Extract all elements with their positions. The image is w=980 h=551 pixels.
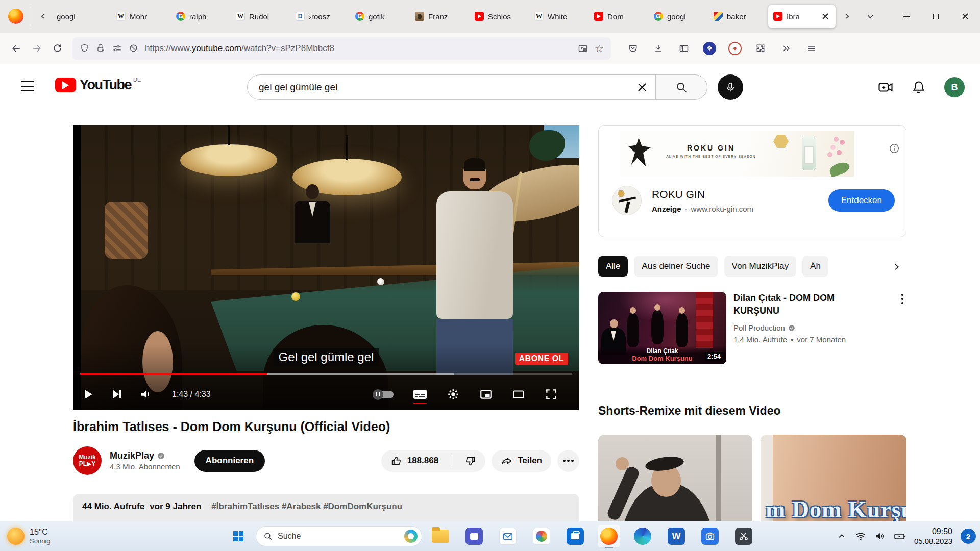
ad-advertiser-avatar[interactable]	[612, 186, 642, 215]
suggested-channel[interactable]: Poll Production	[733, 323, 906, 332]
browser-tab[interactable]: Ggoogl	[649, 5, 708, 28]
hashtags[interactable]: #İbrahimTatlıses #Arabesk #DomDomKurşunu	[211, 502, 402, 512]
browser-tab[interactable]: WRudol	[231, 5, 290, 28]
browser-tab[interactable]: googl	[52, 5, 111, 28]
autoplay-toggle[interactable]	[374, 391, 394, 398]
dislike-button[interactable]	[457, 455, 485, 467]
progress-bar[interactable]	[80, 373, 572, 375]
mail-button[interactable]	[497, 525, 519, 547]
clock[interactable]: 09:50 05.08.2023	[914, 527, 952, 546]
shorts-remix-thumbnail[interactable]: m Dom Kurşun	[761, 435, 906, 521]
like-button[interactable]: 188.868	[381, 455, 447, 467]
chips-scroll-right-button[interactable]	[886, 257, 906, 277]
voice-search-button[interactable]	[718, 74, 743, 100]
miniplayer-icon[interactable]	[479, 388, 493, 401]
picture-in-picture-icon[interactable]	[578, 43, 588, 54]
downloads-button[interactable]	[648, 38, 669, 59]
window-close-button[interactable]	[950, 0, 980, 33]
app-menu-button[interactable]	[801, 38, 822, 59]
window-maximize-button[interactable]	[921, 0, 950, 33]
pocket-button[interactable]	[622, 38, 644, 59]
abone-ol-watermark[interactable]: ABONE OL	[515, 353, 568, 365]
notifications-bell-icon[interactable]	[912, 80, 926, 94]
volume-icon[interactable]	[139, 388, 153, 401]
url-text[interactable]: https://www.youtube.com/watch?v=sPzP8Mbb…	[145, 43, 571, 54]
browser-tab[interactable]: Franz	[410, 5, 470, 28]
description-box[interactable]: 44 Mio. Aufrufe vor 9 Jahren #İbrahimTat…	[73, 494, 579, 521]
permissions-sliders-icon[interactable]	[112, 43, 122, 53]
search-input[interactable]	[247, 74, 655, 100]
extensions-button[interactable]	[750, 38, 771, 59]
suggested-video[interactable]: Dilan Çıtak Dom Dom Kurşunu 2:54 Dilan Ç…	[598, 292, 906, 364]
suggested-title[interactable]: Dilan Çıtak - DOM DOM KURŞUNU	[733, 292, 877, 317]
youtube-menu-button[interactable]	[21, 81, 34, 91]
ad-banner-image[interactable]: ROKU GIN ALIVE WITH THE BEST OF EVERY SE…	[620, 131, 854, 177]
browser-tab[interactable]: Ggotik	[350, 5, 410, 28]
reload-button[interactable]	[47, 38, 67, 59]
firefox-taskbar-button[interactable]	[598, 525, 620, 547]
blocked-permission-icon[interactable]	[129, 43, 138, 53]
close-tab-icon[interactable]	[820, 11, 830, 21]
edge-button[interactable]	[631, 525, 654, 547]
file-explorer-button[interactable]	[429, 525, 452, 547]
tray-chevron-up-icon[interactable]	[837, 531, 847, 541]
account-avatar[interactable]: B	[944, 77, 965, 97]
channel-name[interactable]: MuzikPlay	[110, 450, 180, 461]
browser-tab-active[interactable]: İbra	[768, 5, 836, 28]
chip-aus-deiner-suche[interactable]: Aus deiner Suche	[634, 256, 718, 277]
browser-tab[interactable]: WWhite	[529, 5, 589, 28]
overflow-menu-button[interactable]	[775, 38, 797, 59]
battery-charging-icon[interactable]	[894, 530, 906, 542]
photos-button[interactable]	[530, 525, 553, 547]
browser-tab[interactable]: D›roosz	[290, 5, 350, 28]
url-bar[interactable]: https://www.youtube.com/watch?v=sPzP8Mbb…	[72, 37, 611, 60]
settings-gear-icon[interactable]	[447, 388, 460, 401]
start-button[interactable]	[228, 526, 249, 546]
play-button-icon[interactable]	[81, 388, 94, 401]
create-video-icon[interactable]	[878, 80, 893, 95]
bookmark-star-icon[interactable]: ☆	[595, 42, 604, 55]
browser-tab[interactable]: baker	[708, 5, 768, 28]
fullscreen-icon[interactable]	[545, 388, 558, 401]
extension-red-button[interactable]: ●	[724, 38, 746, 59]
lock-warning-icon[interactable]	[96, 43, 106, 53]
scroll-tabs-right-button[interactable]	[839, 6, 855, 27]
chip-alle[interactable]: Alle	[598, 256, 628, 277]
shorts-remix-thumbnail[interactable]	[598, 435, 752, 521]
subscribe-button[interactable]: Abonnieren	[194, 450, 265, 472]
extension-blue-button[interactable]: ❖	[699, 38, 720, 59]
wifi-icon[interactable]	[855, 531, 866, 542]
shield-icon[interactable]	[80, 43, 89, 53]
chip-aehnliche[interactable]: Äh	[802, 256, 828, 277]
youtube-logo[interactable]: YouTube DE	[55, 78, 141, 92]
theater-mode-icon[interactable]	[512, 388, 525, 401]
taskbar-search[interactable]: Suche	[256, 526, 422, 546]
sidebar-button[interactable]	[673, 38, 695, 59]
notification-count-badge[interactable]: 2	[961, 529, 976, 544]
snipping-tool-button[interactable]	[732, 525, 755, 547]
next-video-icon[interactable]	[111, 388, 123, 400]
browser-tab[interactable]: WMohr	[111, 5, 171, 28]
chip-von-muzikplay[interactable]: Von MuzikPlay	[724, 256, 797, 277]
channel-avatar[interactable]: Muzik PL▶Y	[73, 446, 102, 475]
word-button[interactable]: W	[665, 525, 688, 547]
more-actions-button[interactable]	[557, 450, 579, 472]
store-button[interactable]	[564, 525, 586, 547]
weather-widget[interactable]: 15°C Sonnig	[0, 528, 50, 545]
ad-cta-button[interactable]: Entdecken	[828, 189, 895, 212]
teams-button[interactable]	[463, 525, 485, 547]
subtitles-button[interactable]	[413, 389, 427, 400]
list-all-tabs-button[interactable]	[862, 6, 878, 27]
video-player[interactable]: Gel gel gümle gel ABONE OL 1:43 / 4:33	[73, 125, 579, 410]
suggested-thumbnail[interactable]: Dilan Çıtak Dom Dom Kurşunu 2:54	[598, 292, 726, 364]
ad-title[interactable]: ROKU GIN	[652, 188, 753, 201]
camera-app-button[interactable]	[699, 525, 721, 547]
video-options-button[interactable]	[901, 294, 903, 304]
volume-tray-icon[interactable]	[874, 531, 886, 542]
share-button[interactable]: Teilen	[492, 450, 551, 472]
forward-button[interactable]	[27, 38, 47, 59]
clear-search-icon[interactable]	[636, 81, 648, 93]
window-minimize-button[interactable]	[891, 0, 921, 33]
browser-tab[interactable]: Dom	[589, 5, 649, 28]
back-button[interactable]	[6, 38, 27, 59]
